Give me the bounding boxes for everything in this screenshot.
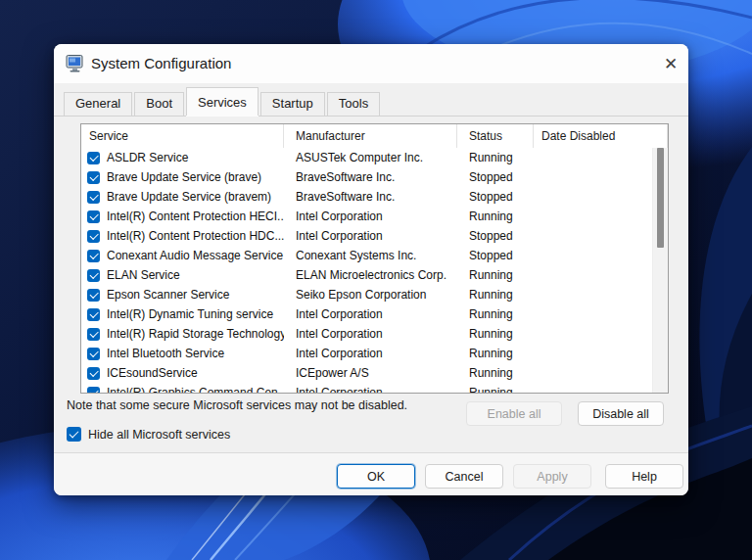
status-cell: Stopped	[457, 190, 534, 204]
manufacturer-cell: Conexant Systems Inc.	[284, 249, 457, 262]
status-cell: Running	[457, 288, 534, 302]
status-cell: Running	[457, 327, 534, 341]
service-cell: Intel Bluetooth Service	[81, 347, 284, 360]
service-checkbox[interactable]	[87, 289, 100, 302]
service-name: Conexant Audio Message Service	[107, 249, 283, 262]
column-header-date-disabled[interactable]: Date Disabled	[534, 124, 668, 148]
manufacturer-cell: Intel Corporation	[284, 347, 457, 360]
service-checkbox[interactable]	[87, 367, 100, 380]
service-checkbox[interactable]	[87, 230, 100, 243]
manufacturer-cell: ICEpower A/S	[284, 366, 457, 380]
service-cell: ASLDR Service	[81, 151, 284, 164]
manufacturer-cell: ELAN Microelectronics Corp.	[284, 268, 457, 282]
manufacturer-cell: Intel Corporation	[284, 386, 457, 393]
service-checkbox[interactable]	[87, 191, 100, 204]
manufacturer-cell: ASUSTek Computer Inc.	[284, 151, 457, 164]
service-name: ELAN Service	[107, 268, 180, 282]
vertical-scrollbar[interactable]	[652, 148, 668, 393]
close-button[interactable]: ✕	[657, 50, 684, 77]
service-name: Intel(R) Dynamic Tuning service	[107, 307, 273, 321]
service-row[interactable]: Intel(R) Rapid Storage TechnologyIntel C…	[81, 324, 653, 344]
column-header-service[interactable]: Service	[81, 124, 284, 148]
service-name: Intel Bluetooth Service	[107, 347, 224, 360]
service-checkbox[interactable]	[87, 328, 100, 341]
enable-all-button[interactable]: Enable all	[466, 401, 562, 426]
service-checkbox[interactable]	[87, 171, 100, 184]
status-cell: Stopped	[457, 229, 534, 243]
help-button[interactable]: Help	[605, 464, 683, 489]
service-row[interactable]: Intel(R) Graphics Command Cen...Intel Co…	[81, 383, 653, 393]
column-header-manufacturer[interactable]: Manufacturer	[284, 124, 457, 148]
hide-microsoft-services-checkbox[interactable]	[67, 427, 81, 442]
service-row[interactable]: Intel(R) Content Protection HDC...Intel …	[81, 226, 653, 246]
manufacturer-cell: BraveSoftware Inc.	[284, 190, 457, 204]
close-icon: ✕	[664, 54, 678, 73]
column-header-status[interactable]: Status	[457, 124, 534, 148]
service-cell: Intel(R) Graphics Command Cen...	[81, 386, 284, 393]
status-cell: Stopped	[457, 170, 534, 184]
service-name: Intel(R) Graphics Command Cen...	[107, 386, 284, 393]
hide-microsoft-services-row[interactable]: Hide all Microsoft services	[67, 427, 230, 442]
system-configuration-window: System Configuration ✕ GeneralBootServic…	[54, 44, 688, 495]
service-cell: Intel(R) Rapid Storage Technology	[81, 327, 284, 341]
tab-tools[interactable]: Tools	[327, 92, 380, 116]
services-list: ServiceManufacturerStatusDate Disabled A…	[80, 123, 669, 394]
tab-boot[interactable]: Boot	[134, 92, 184, 116]
service-checkbox[interactable]	[87, 152, 100, 164]
service-cell: Intel(R) Content Protection HDC...	[81, 229, 284, 243]
note-text: Note that some secure Microsoft services…	[67, 398, 407, 412]
status-cell: Running	[457, 307, 534, 321]
manufacturer-cell: Intel Corporation	[284, 307, 457, 321]
status-cell: Running	[457, 210, 534, 223]
ok-button[interactable]: OK	[337, 464, 415, 489]
tab-startup[interactable]: Startup	[260, 92, 325, 116]
service-checkbox[interactable]	[87, 210, 100, 223]
service-row[interactable]: ICEsoundServiceICEpower A/SRunning	[81, 363, 653, 383]
service-cell: Epson Scanner Service	[81, 288, 284, 302]
service-checkbox[interactable]	[87, 250, 100, 262]
apply-button[interactable]: Apply	[513, 464, 591, 489]
service-checkbox[interactable]	[87, 269, 100, 282]
service-row[interactable]: ELAN ServiceELAN Microelectronics Corp.R…	[81, 265, 653, 285]
tab-bar: GeneralBootServicesStartupTools	[64, 88, 382, 116]
status-cell: Running	[457, 151, 534, 164]
manufacturer-cell: Intel Corporation	[284, 327, 457, 341]
service-row[interactable]: Intel(R) Content Protection HECI...Intel…	[81, 207, 653, 226]
service-cell: Intel(R) Content Protection HECI...	[81, 210, 284, 223]
manufacturer-cell: Intel Corporation	[284, 210, 457, 223]
service-checkbox[interactable]	[87, 348, 100, 360]
service-cell: ICEsoundService	[81, 366, 284, 380]
service-checkbox[interactable]	[87, 308, 100, 321]
status-cell: Running	[457, 347, 534, 360]
tab-general[interactable]: General	[64, 92, 132, 116]
service-cell: Brave Update Service (bravem)	[81, 190, 284, 204]
tab-services[interactable]: Services	[186, 87, 258, 116]
service-name: ICEsoundService	[107, 366, 198, 380]
manufacturer-cell: Intel Corporation	[284, 229, 457, 243]
dialog-footer: OK Cancel Apply Help	[54, 452, 688, 495]
service-cell: Conexant Audio Message Service	[81, 249, 284, 262]
service-name: Epson Scanner Service	[107, 288, 229, 302]
service-row[interactable]: Brave Update Service (brave)BraveSoftwar…	[81, 167, 653, 187]
titlebar: System Configuration ✕	[54, 44, 688, 83]
services-list-rows: ASLDR ServiceASUSTek Computer Inc.Runnin…	[81, 148, 653, 393]
service-name: Brave Update Service (bravem)	[107, 190, 271, 204]
status-cell: Running	[457, 268, 534, 282]
service-row[interactable]: Intel Bluetooth ServiceIntel Corporation…	[81, 344, 653, 363]
status-cell: Running	[457, 386, 534, 393]
service-row[interactable]: Brave Update Service (bravem)BraveSoftwa…	[81, 187, 653, 207]
service-cell: Brave Update Service (brave)	[81, 170, 284, 184]
service-cell: Intel(R) Dynamic Tuning service	[81, 307, 284, 321]
scrollbar-thumb[interactable]	[657, 148, 664, 248]
service-name: ASLDR Service	[107, 151, 188, 164]
cancel-button[interactable]: Cancel	[425, 464, 503, 489]
service-row[interactable]: Intel(R) Dynamic Tuning serviceIntel Cor…	[81, 304, 653, 324]
service-name: Brave Update Service (brave)	[107, 170, 261, 184]
manufacturer-cell: Seiko Epson Corporation	[284, 288, 457, 302]
disable-all-button[interactable]: Disable all	[578, 401, 664, 426]
service-row[interactable]: Epson Scanner ServiceSeiko Epson Corpora…	[81, 285, 653, 304]
service-row[interactable]: ASLDR ServiceASUSTek Computer Inc.Runnin…	[81, 148, 653, 167]
window-title: System Configuration	[91, 55, 231, 71]
service-checkbox[interactable]	[87, 387, 100, 394]
service-row[interactable]: Conexant Audio Message ServiceConexant S…	[81, 246, 653, 265]
